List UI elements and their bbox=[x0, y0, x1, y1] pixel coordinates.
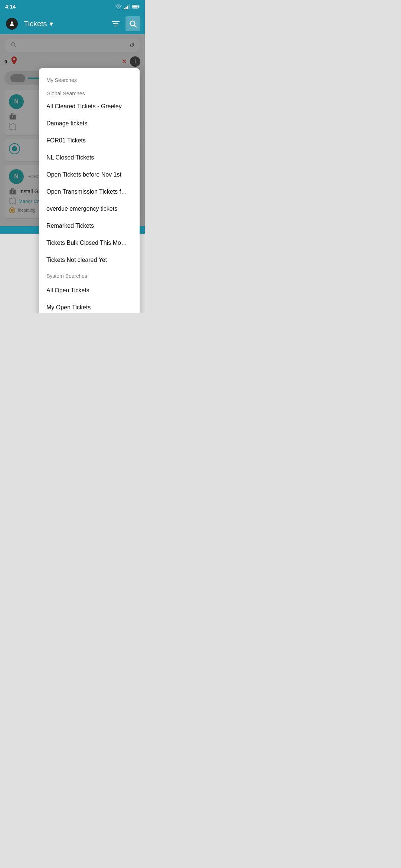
signal-icon bbox=[124, 4, 130, 9]
global-search-item-10[interactable]: Tickets Not cleared Yet bbox=[39, 251, 140, 269]
app-title: Tickets bbox=[24, 20, 47, 28]
app-bar: Tickets ▾ bbox=[0, 13, 145, 34]
svg-rect-5 bbox=[139, 6, 140, 7]
global-search-item-8[interactable]: Remarked Tickets bbox=[39, 217, 140, 234]
search-dropdown: My Searches Global Searches All Cleared … bbox=[39, 68, 140, 313]
wifi-icon bbox=[115, 4, 122, 9]
filter-button[interactable] bbox=[108, 16, 123, 31]
battery-icon bbox=[132, 4, 140, 9]
status-bar: 4:14 bbox=[0, 0, 145, 13]
global-search-item-5[interactable]: Open Tickets before Nov 1st bbox=[39, 166, 140, 183]
search-icon bbox=[129, 20, 137, 28]
avatar-icon bbox=[9, 20, 15, 27]
app-bar-actions bbox=[108, 16, 140, 31]
system-search-item-1[interactable]: All Open Tickets bbox=[39, 282, 140, 299]
svg-point-7 bbox=[11, 22, 13, 24]
svg-rect-2 bbox=[127, 6, 128, 9]
svg-rect-6 bbox=[133, 6, 138, 8]
global-search-item-1[interactable]: All Cleared Tickets - Greeley bbox=[39, 98, 140, 115]
global-search-item-4[interactable]: NL Closed Tickets bbox=[39, 149, 140, 166]
system-searches-header: System Searches bbox=[39, 270, 140, 280]
status-time: 4:14 bbox=[5, 4, 16, 10]
svg-rect-1 bbox=[125, 7, 127, 9]
chevron-down-icon: ▾ bbox=[49, 19, 53, 28]
global-search-item-7[interactable]: overdue emergency tickets bbox=[39, 200, 140, 217]
global-search-item-3[interactable]: FOR01 Tickets bbox=[39, 132, 140, 149]
svg-line-12 bbox=[134, 25, 136, 27]
app-title-group[interactable]: Tickets ▾ bbox=[24, 19, 104, 28]
global-searches-header: Global Searches bbox=[39, 88, 140, 98]
global-search-item-6[interactable]: Open Transmission Tickets f… bbox=[39, 183, 140, 200]
my-searches-header: My Searches bbox=[39, 74, 140, 85]
global-search-item-2[interactable]: Damage tickets bbox=[39, 115, 140, 132]
svg-rect-0 bbox=[124, 8, 125, 9]
svg-rect-3 bbox=[128, 4, 130, 9]
global-search-item-9[interactable]: Tickets Bulk Closed This Mo… bbox=[39, 234, 140, 251]
system-search-item-2[interactable]: My Open Tickets bbox=[39, 299, 140, 313]
menu-button[interactable] bbox=[4, 16, 19, 31]
search-button[interactable] bbox=[125, 16, 140, 31]
filter-icon bbox=[112, 20, 120, 27]
status-icons bbox=[115, 4, 140, 9]
